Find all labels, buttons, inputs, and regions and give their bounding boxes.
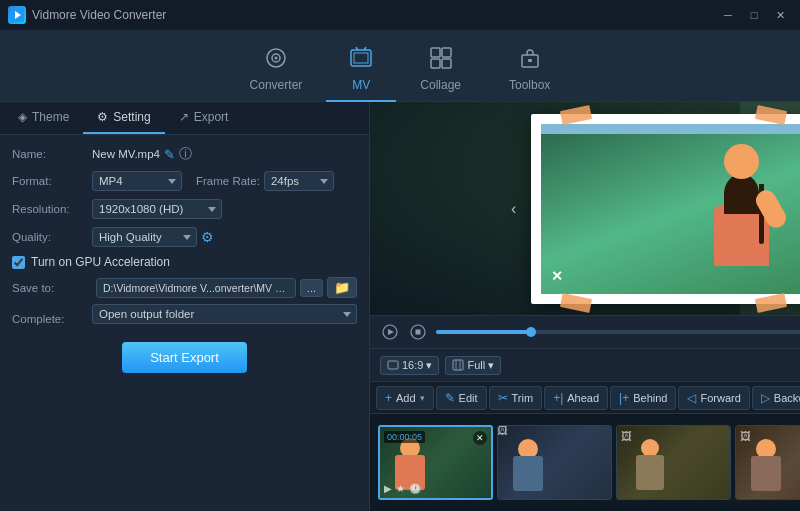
window-controls: ─ □ ✕	[716, 6, 792, 24]
arrow-left[interactable]: ‹	[511, 200, 516, 218]
add-icon: +	[385, 391, 392, 405]
edit-label: Edit	[459, 392, 478, 404]
nav-mv[interactable]: MV	[326, 39, 396, 102]
app-title: Vidmore Video Converter	[32, 8, 166, 22]
gpu-row: Turn on GPU Acceleration	[12, 255, 357, 269]
clip-1-time: 00:00:05	[384, 431, 425, 443]
nav-toolbox[interactable]: Toolbox	[485, 39, 574, 102]
title-bar: Vidmore Video Converter ─ □ ✕	[0, 0, 800, 30]
format-row: Format: MP4 AVI MOV Frame Rate: 24fps 30…	[12, 171, 357, 191]
clip-3-photo-icon: 🖼	[621, 430, 632, 442]
fit-mode-button[interactable]: Full ▾	[445, 356, 501, 375]
converter-label: Converter	[250, 78, 303, 92]
name-input-group: New MV.mp4 ✎ ⓘ	[92, 145, 357, 163]
stop-button[interactable]	[408, 322, 428, 342]
theme-tab-icon: ◈	[18, 110, 27, 124]
edit-icon[interactable]: ✎	[164, 147, 175, 162]
framerate-label: Frame Rate:	[196, 175, 260, 187]
nav-bar: Converter MV Collage	[0, 30, 800, 102]
svg-marker-16	[388, 329, 394, 335]
info-icon[interactable]: ⓘ	[179, 145, 192, 163]
progress-bar[interactable]	[436, 330, 800, 334]
play-controls: 00:00:03.23/00:00:20.00 🔊	[370, 315, 800, 348]
right-panel: ✕ ‹ › 00:00:03.23/00:00:20.00	[370, 102, 800, 511]
name-value: New MV.mp4	[92, 148, 160, 160]
nav-converter[interactable]: Converter	[226, 39, 327, 102]
clip-3[interactable]: 🖼	[616, 425, 731, 500]
quality-row: Quality: High Quality Medium Quality Low…	[12, 227, 357, 247]
left-panel: ◈ Theme ⚙ Setting ↗ Export Name: New MV.…	[0, 102, 370, 511]
clip-1-play-icon[interactable]: ▶	[384, 483, 392, 494]
tab-theme[interactable]: ◈ Theme	[4, 102, 83, 134]
timeline-toolbar: + Add ▾ ✎ Edit ✂ Trim +| Ahead |+	[370, 382, 800, 414]
add-button[interactable]: + Add ▾	[376, 386, 434, 410]
edit-button[interactable]: ✎ Edit	[436, 386, 487, 410]
timeline-area: + Add ▾ ✎ Edit ✂ Trim +| Ahead |+	[370, 381, 800, 511]
svg-rect-6	[354, 53, 368, 63]
format-input-group: MP4 AVI MOV Frame Rate: 24fps 30fps 60fp…	[92, 171, 357, 191]
start-export-button[interactable]: Start Export	[122, 342, 247, 373]
gpu-label: Turn on GPU Acceleration	[31, 255, 170, 269]
forward-button[interactable]: ◁ Forward	[678, 386, 749, 410]
clip-4[interactable]: 🖼	[735, 425, 800, 500]
saveto-label: Save to:	[12, 282, 92, 294]
progress-dot	[526, 327, 536, 337]
forward-label: Forward	[700, 392, 740, 404]
clip-2[interactable]: 🖼	[497, 425, 612, 500]
backward-icon: ▷	[761, 391, 770, 405]
close-button[interactable]: ✕	[768, 6, 792, 24]
trim-label: Trim	[512, 392, 534, 404]
trim-button[interactable]: ✂ Trim	[489, 386, 543, 410]
open-folder-button[interactable]: 📁	[327, 277, 357, 298]
bottom-controls: 16:9 ▾ Full ▾ Start Export	[370, 348, 800, 381]
mv-label: MV	[352, 78, 370, 92]
saveto-row: Save to: D:\Vidmore\Vidmore V...onverter…	[12, 277, 357, 298]
svg-rect-20	[453, 360, 463, 370]
clip-1[interactable]: 00:00:05 ✕ ▶ ★ 🕐	[378, 425, 493, 500]
svg-rect-10	[442, 48, 451, 57]
settings-form: Name: New MV.mp4 ✎ ⓘ Format: MP4 AVI MOV…	[0, 135, 369, 511]
toolbox-label: Toolbox	[509, 78, 550, 92]
clip-1-clock-icon[interactable]: 🕐	[409, 483, 421, 494]
resolution-select[interactable]: 1920x1080 (HD) 1280x720 (HD) 3840x2160 (…	[92, 199, 222, 219]
aspect-ratio-button[interactable]: 16:9 ▾	[380, 356, 439, 375]
nav-collage[interactable]: Collage	[396, 39, 485, 102]
collage-icon	[430, 47, 452, 74]
browse-dots-button[interactable]: ...	[300, 279, 323, 297]
forward-icon: ◁	[687, 391, 696, 405]
mv-icon	[350, 47, 372, 74]
backward-button[interactable]: ▷ Backward	[752, 386, 800, 410]
app-icon	[8, 6, 26, 24]
format-select[interactable]: MP4 AVI MOV	[92, 171, 182, 191]
maximize-button[interactable]: □	[742, 6, 766, 24]
minimize-button[interactable]: ─	[716, 6, 740, 24]
save-path: D:\Vidmore\Vidmore V...onverter\MV Expor…	[96, 278, 296, 298]
ahead-button[interactable]: +| Ahead	[544, 386, 608, 410]
quality-select[interactable]: High Quality Medium Quality Low Quality	[92, 227, 197, 247]
clip-1-close[interactable]: ✕	[473, 431, 487, 445]
person-figure	[696, 144, 786, 294]
quality-gear-icon[interactable]: ⚙	[201, 229, 214, 245]
setting-tab-label: Setting	[113, 110, 150, 124]
toolbox-icon	[519, 47, 541, 74]
timeline-clips: 00:00:05 ✕ ▶ ★ 🕐	[370, 414, 800, 511]
name-row: Name: New MV.mp4 ✎ ⓘ	[12, 145, 357, 163]
clip-1-top: 00:00:05 ✕	[384, 431, 487, 445]
title-bar-left: Vidmore Video Converter	[8, 6, 166, 24]
gpu-checkbox[interactable]	[12, 256, 25, 269]
trim-icon: ✂	[498, 391, 508, 405]
framerate-select[interactable]: 24fps 30fps 60fps	[264, 171, 334, 191]
converter-icon	[265, 47, 287, 74]
tab-setting[interactable]: ⚙ Setting	[83, 102, 164, 134]
aspect-ratio-value: 16:9	[402, 359, 423, 371]
tab-export[interactable]: ↗ Export	[165, 102, 243, 134]
complete-select[interactable]: Open output folder Do nothing Shut down	[92, 304, 357, 324]
format-label: Format:	[12, 175, 92, 187]
clip-2-overlay: 🖼	[498, 426, 611, 499]
theme-tab-label: Theme	[32, 110, 69, 124]
clip-1-star-icon[interactable]: ★	[396, 483, 405, 494]
play-button[interactable]	[380, 322, 400, 342]
person-head	[724, 144, 759, 179]
name-label: Name:	[12, 148, 92, 160]
behind-button[interactable]: |+ Behind	[610, 386, 676, 410]
